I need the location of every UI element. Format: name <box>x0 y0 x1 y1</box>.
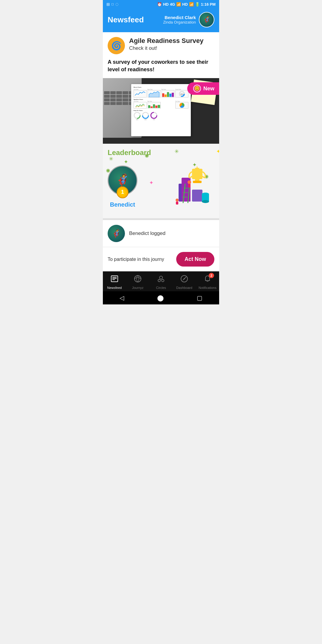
survey-icon: 🌀 <box>108 37 125 54</box>
cta-section: To participate in this journy Act Now <box>103 247 219 271</box>
network-hd2: HD <box>182 2 188 7</box>
svg-rect-14 <box>192 169 202 179</box>
signal-bar2: 📶 <box>189 2 194 7</box>
svg-rect-12 <box>192 190 202 202</box>
rank-medal: 1 <box>117 186 129 198</box>
act-now-button[interactable]: Act Now <box>176 252 214 267</box>
survey-title: Agile Readiness Survey <box>129 37 214 45</box>
survey-text-block: Agile Readiness Survey Check it out! <box>129 37 214 51</box>
sparkle-3: ✺ <box>145 153 149 159</box>
trophy-svg <box>167 160 214 213</box>
status-left-icons: ▤ □ ◌ <box>106 2 118 6</box>
user-info: Benedict Clark Zinda Organization <box>163 15 196 24</box>
sparkle-4: ✳ <box>174 148 179 155</box>
network-hd1: HD <box>163 2 169 7</box>
leaderboard-section[interactable]: Leaderboard ✳ ✦ ✺ ✳ ✦ ✺ ✦ ✺ ✦ 🦸 1 Benedi… <box>103 144 219 218</box>
leaderboard-avatar-wrapper: 🦸 1 <box>108 165 137 195</box>
nav-label-notifications: Notifications <box>199 286 216 290</box>
signal-bar1: 📶 <box>176 2 181 7</box>
leaderboard-user-name: Benedict <box>110 201 135 208</box>
survey-icon-symbol: 🌀 <box>111 41 122 51</box>
nav-item-dashboard[interactable]: Dashboard <box>175 275 193 290</box>
avatar[interactable]: 🦸 <box>199 12 214 27</box>
smiley-icon: 😊 <box>193 85 201 92</box>
leaderboard-user: 🦸 1 Benedict <box>108 165 137 208</box>
time-display: 1:16 PM <box>201 2 216 7</box>
recents-button[interactable]: ▢ <box>197 294 202 301</box>
network-4g: 4G <box>170 2 175 7</box>
avatar-image: 🦸 <box>199 13 214 27</box>
nav-item-journyz[interactable]: Journyz <box>129 275 147 290</box>
newsfeed-icon <box>110 275 119 285</box>
back-button[interactable]: ◁ <box>120 294 124 301</box>
dashboard-icon <box>180 275 188 285</box>
activity-avatar: 🦸 <box>108 225 125 242</box>
new-badge-label: New <box>203 86 214 92</box>
svg-rect-26 <box>176 202 178 205</box>
svg-point-34 <box>134 275 141 282</box>
nav-label-circles: Circles <box>156 286 166 290</box>
activity-card: 🦸 Benedict logged <box>103 218 219 247</box>
svg-point-37 <box>162 279 164 282</box>
leaderboard-content: 🦸 1 Benedict <box>108 160 214 213</box>
svg-text:25%: 25% <box>180 93 184 95</box>
home-button[interactable]: ⬤ <box>157 294 164 301</box>
signal-icon: ◌ <box>115 2 118 6</box>
battery-icon: 🔋 <box>195 2 200 7</box>
survey-description: A survey of your coworkers to see their … <box>108 58 214 73</box>
header-user-section[interactable]: Benedict Clark Zinda Organization 🦸 <box>163 12 214 27</box>
bottom-nav: Newsfeed Journyz Circles <box>103 271 219 291</box>
nav-label-dashboard: Dashboard <box>176 286 192 290</box>
sparkle-9: ✦ <box>149 179 154 186</box>
sparkle-7: ✦ <box>216 148 219 155</box>
message-icon: ▤ <box>106 2 110 6</box>
wifi-icon: □ <box>112 2 114 6</box>
rank-number: 1 <box>121 189 124 195</box>
leaderboard-title: Leaderboard <box>108 148 214 157</box>
sparkle-2: ✦ <box>124 159 128 165</box>
survey-image[interactable]: Morris Charts Line Chart Area Chart <box>103 78 219 144</box>
activity-text: Benedict logged <box>129 230 165 236</box>
status-right-info: ⏰ HD 4G 📶 HD 📶 🔋 1:16 PM <box>157 2 216 7</box>
svg-point-25 <box>176 199 179 202</box>
notifications-icon: 2 <box>203 275 212 285</box>
svg-rect-16 <box>193 181 202 183</box>
user-name: Benedict Clark <box>163 15 196 20</box>
journyz-icon <box>134 275 142 285</box>
user-org: Zinda Organization <box>163 20 196 24</box>
nav-item-notifications[interactable]: 2 Notifications <box>199 275 216 290</box>
trophy-illustration <box>167 160 214 213</box>
nav-label-newsfeed: Newsfeed <box>107 286 122 290</box>
cta-text: To participate in this journy <box>108 257 173 262</box>
svg-point-35 <box>160 276 162 279</box>
svg-point-36 <box>158 279 160 282</box>
svg-rect-24 <box>188 184 191 188</box>
status-bar: ▤ □ ◌ ⏰ HD 4G 📶 HD 📶 🔋 1:16 PM <box>103 0 219 8</box>
header-title: Newsfeed <box>108 15 144 24</box>
notifications-badge: 2 <box>209 273 214 278</box>
svg-marker-0 <box>149 92 159 97</box>
android-nav-bar: ◁ ⬤ ▢ <box>103 291 219 304</box>
survey-header: 🌀 Agile Readiness Survey Check it out! <box>108 37 214 54</box>
circles-icon <box>157 275 165 285</box>
new-badge: 😊 New <box>187 82 219 95</box>
survey-card[interactable]: 🌀 Agile Readiness Survey Check it out! A… <box>103 32 219 78</box>
nav-item-newsfeed[interactable]: Newsfeed <box>106 275 123 290</box>
alarm-icon: ⏰ <box>157 2 162 7</box>
nav-item-circles[interactable]: Circles <box>152 275 170 290</box>
survey-subtitle: Check it out! <box>129 45 214 51</box>
svg-point-29 <box>202 200 209 203</box>
nav-label-journyz: Journyz <box>132 286 144 290</box>
svg-point-23 <box>188 180 191 184</box>
charts-paper: Morris Charts Line Chart Area Chart <box>131 84 191 136</box>
sparkle-1: ✳ <box>109 156 113 162</box>
app-header: Newsfeed Benedict Clark Zinda Organizati… <box>103 8 219 32</box>
